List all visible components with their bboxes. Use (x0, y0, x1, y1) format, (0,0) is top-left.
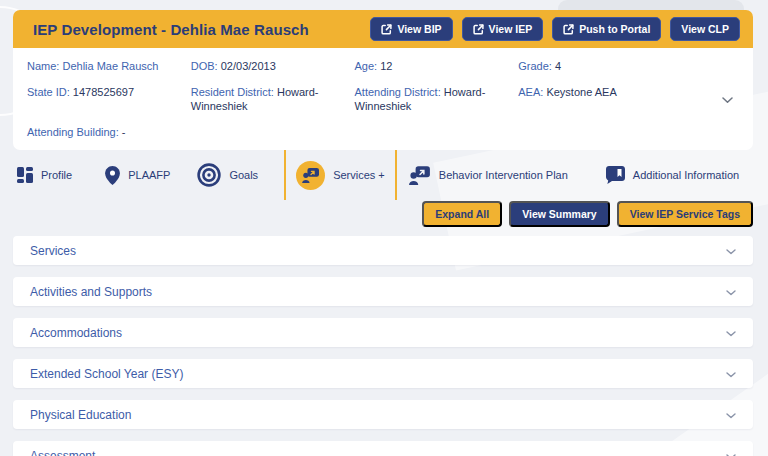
attending-district-field: Attending District: Howard-Winneshiek (355, 85, 519, 113)
view-iep-button[interactable]: View IEP (462, 17, 544, 41)
accordion-accommodations[interactable]: Accommodations (13, 318, 753, 347)
aea-field: AEA: Keystone AEA (518, 85, 739, 113)
tab-label: PLAAFP (128, 169, 170, 181)
presenter-icon (409, 165, 431, 185)
header-button-group: View BIP View IEP Push t (370, 17, 740, 41)
chevron-down-icon (726, 326, 736, 340)
tab-label: Behavior Intervention Plan (439, 169, 568, 181)
tab-profile[interactable]: Profile (17, 167, 72, 183)
iep-development-page: IEP Development - Dehlia Mae Rausch View… (13, 10, 753, 456)
iep-section-tabs: Profile PLAAFP Goals (13, 150, 753, 200)
collapse-student-info-chevron-icon[interactable] (722, 90, 733, 108)
student-name-field: Name: Dehlia Mae Rausch (27, 59, 191, 73)
tab-goals[interactable]: Goals (197, 163, 258, 187)
view-summary-button[interactable]: View Summary (509, 201, 610, 227)
view-iep-service-tags-button[interactable]: View IEP Service Tags (617, 201, 753, 227)
attending-building-field: Attending Building: - (27, 125, 355, 139)
view-bip-button[interactable]: View BIP (370, 17, 452, 41)
tab-label: Profile (41, 169, 72, 181)
accordion-extended-school-year[interactable]: Extended School Year (ESY) (13, 359, 753, 388)
expand-all-button[interactable]: Expand All (422, 201, 502, 227)
student-grade-field: Grade: 4 (518, 59, 739, 73)
student-state-id-field: State ID: 1478525697 (27, 85, 191, 113)
accordion-assessment[interactable]: Assessment (13, 441, 753, 456)
chevron-down-icon (726, 449, 736, 456)
accordion-label: Physical Education (30, 408, 131, 422)
push-to-portal-button[interactable]: Push to Portal (552, 17, 661, 41)
accordion-label: Accommodations (30, 326, 122, 340)
presenter-icon (296, 161, 325, 190)
tab-plaafp[interactable]: PLAAFP (105, 166, 170, 185)
tab-label: Additional Information (633, 169, 739, 181)
chevron-down-icon (726, 367, 736, 381)
dashboard-icon (17, 167, 33, 183)
chevron-down-icon (726, 285, 736, 299)
resident-district-field: Resident District: Howard-Winneshiek (191, 85, 355, 113)
accordion-label: Extended School Year (ESY) (30, 367, 183, 381)
tab-label: Services + (333, 169, 385, 181)
tab-services[interactable]: Services + (284, 150, 397, 200)
tab-label: Goals (229, 169, 258, 181)
services-accordion-list: Services Activities and Supports Accommo… (13, 236, 753, 456)
student-age-field: Age: 12 (355, 59, 519, 73)
external-link-icon (473, 24, 484, 35)
tab-additional-information[interactable]: Additional Information (606, 166, 739, 184)
chevron-down-icon (726, 244, 736, 258)
view-clp-button[interactable]: View CLP (670, 17, 740, 41)
student-info-grid: Name: Dehlia Mae Rausch DOB: 02/03/2013 … (27, 59, 739, 139)
external-link-icon (563, 24, 574, 35)
student-dob-field: DOB: 02/03/2013 (191, 59, 355, 73)
target-icon (197, 163, 221, 187)
accordion-services[interactable]: Services (13, 236, 753, 265)
map-pin-icon (105, 166, 120, 185)
page-header: IEP Development - Dehlia Mae Rausch View… (13, 10, 753, 48)
page-title: IEP Development - Dehlia Mae Rausch (33, 21, 309, 38)
accordion-activities-and-supports[interactable]: Activities and Supports (13, 277, 753, 306)
accordion-physical-education[interactable]: Physical Education (13, 400, 753, 429)
accordion-label: Assessment (30, 449, 95, 456)
student-info-panel: Name: Dehlia Mae Rausch DOB: 02/03/2013 … (13, 48, 753, 150)
tab-behavior-intervention-plan[interactable]: Behavior Intervention Plan (409, 165, 568, 185)
message-bookmark-icon (606, 166, 625, 184)
chevron-down-icon (726, 408, 736, 422)
services-action-buttons: Expand All View Summary View IEP Service… (13, 201, 753, 227)
accordion-label: Activities and Supports (30, 285, 152, 299)
accordion-label: Services (30, 244, 76, 258)
external-link-icon (381, 24, 392, 35)
